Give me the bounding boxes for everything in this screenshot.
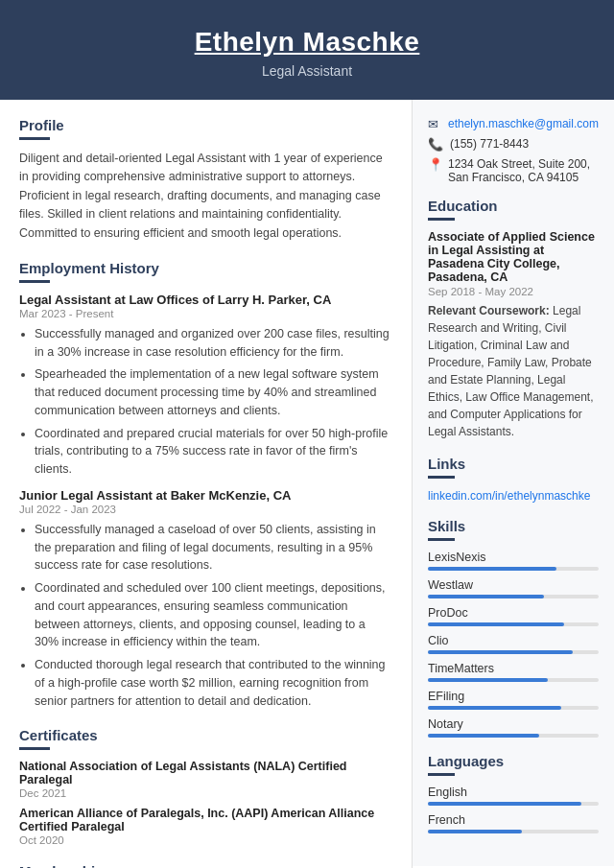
- left-column: Profile Diligent and detail-oriented Leg…: [0, 100, 413, 868]
- skill-bar-bg-5: [428, 706, 599, 710]
- skill-label-3: Clio: [428, 634, 599, 647]
- job-bullet-1-2: Conducted thorough legal research that c…: [35, 656, 392, 710]
- job-dates-0: Mar 2023 - Present: [19, 308, 392, 319]
- languages-divider: [428, 773, 455, 776]
- skill-bar-bg-4: [428, 678, 599, 682]
- skill-label-5: EFiling: [428, 690, 599, 703]
- job-item-1: Junior Legal Assistant at Baker McKenzie…: [19, 488, 392, 711]
- job-title-1: Junior Legal Assistant at Baker McKenzie…: [19, 488, 392, 503]
- right-column: ✉ ethelyn.maschke@gmail.com 📞 (155) 771-…: [413, 100, 614, 866]
- address-text: 1234 Oak Street, Suite 200, San Francisc…: [448, 157, 599, 184]
- links-section: Links linkedin.com/in/ethelynmaschke: [428, 456, 599, 503]
- skill-bar-fill-3: [428, 650, 573, 654]
- cert-date-0: Dec 2021: [19, 787, 392, 799]
- cert-title-1: American Alliance of Paralegals, Inc. (A…: [19, 807, 392, 833]
- job-bullet-0-1: Spearheaded the implementation of a new …: [35, 365, 392, 419]
- profile-divider: [19, 137, 50, 140]
- lang-label-0: English: [428, 786, 599, 799]
- certificates-title: Certificates: [19, 727, 392, 743]
- skill-label-0: LexisNexis: [428, 551, 599, 564]
- certificates-section: Certificates National Association of Leg…: [19, 727, 392, 846]
- education-section: Education Associate of Applied Science i…: [428, 198, 599, 440]
- lang-bar-fill-0: [428, 802, 581, 806]
- certificates-divider: [19, 747, 50, 750]
- cert-item-1: American Alliance of Paralegals, Inc. (A…: [19, 807, 392, 846]
- memberships-title: Memberships: [19, 863, 392, 868]
- skill-label-2: ProDoc: [428, 606, 599, 620]
- skills-section: Skills LexisNexis Westlaw ProDoc: [428, 518, 599, 738]
- job-item-0: Legal Assistant at Law Offices of Larry …: [19, 293, 392, 479]
- candidate-title: Legal Assistant: [19, 63, 595, 79]
- skill-label-1: Westlaw: [428, 578, 599, 592]
- skill-bar-bg-1: [428, 595, 599, 598]
- main-layout: Profile Diligent and detail-oriented Leg…: [0, 100, 614, 868]
- skill-bar-bg-6: [428, 734, 599, 738]
- contact-address: 📍 1234 Oak Street, Suite 200, San Franci…: [428, 157, 599, 184]
- skill-item-4: TimeMatters: [428, 662, 599, 682]
- edu-degree: Associate of Applied Science in Legal As…: [428, 230, 599, 284]
- skill-label-4: TimeMatters: [428, 662, 599, 675]
- skill-item-0: LexisNexis: [428, 551, 599, 571]
- employment-title: Employment History: [19, 260, 392, 276]
- skill-bar-bg-0: [428, 567, 599, 571]
- job-title-0: Legal Assistant at Law Offices of Larry …: [19, 293, 392, 307]
- skill-bar-fill-0: [428, 567, 556, 571]
- profile-text: Diligent and detail-oriented Legal Assis…: [19, 150, 392, 243]
- email-link[interactable]: ethelyn.maschke@gmail.com: [448, 117, 599, 130]
- contact-phone: 📞 (155) 771-8443: [428, 137, 599, 152]
- job-bullet-0-0: Successfully managed and organized over …: [35, 325, 392, 362]
- lang-bar-bg-0: [428, 802, 599, 806]
- links-title: Links: [428, 456, 599, 472]
- profile-section: Profile Diligent and detail-oriented Leg…: [19, 117, 392, 243]
- profile-title: Profile: [19, 117, 392, 133]
- email-icon: ✉: [428, 117, 441, 131]
- skill-bar-fill-2: [428, 622, 564, 626]
- edu-courses-text: Legal Research and Writing, Civil Litiga…: [428, 304, 594, 438]
- languages-section: Languages English French: [428, 753, 599, 833]
- phone-icon: 📞: [428, 137, 443, 152]
- phone-text: (155) 771-8443: [450, 137, 529, 151]
- skill-item-1: Westlaw: [428, 578, 599, 598]
- cert-item-0: National Association of Legal Assistants…: [19, 760, 392, 799]
- skill-bar-fill-4: [428, 678, 548, 682]
- education-divider: [428, 218, 455, 221]
- skill-item-2: ProDoc: [428, 606, 599, 626]
- resume-header: Ethelyn Maschke Legal Assistant: [0, 0, 614, 100]
- skill-bar-fill-6: [428, 734, 539, 738]
- job-bullets-1: Successfully managed a caseload of over …: [19, 521, 392, 711]
- edu-courses: Relevant Coursework: Legal Research and …: [428, 302, 599, 440]
- edu-courses-label: Relevant Coursework:: [428, 304, 550, 317]
- edu-dates: Sep 2018 - May 2022: [428, 286, 599, 297]
- skill-item-5: EFiling: [428, 690, 599, 710]
- skill-bar-fill-5: [428, 706, 561, 710]
- linkedin-link[interactable]: linkedin.com/in/ethelynmaschke: [428, 489, 590, 503]
- job-bullet-1-0: Successfully managed a caseload of over …: [35, 521, 392, 575]
- location-icon: 📍: [428, 157, 441, 172]
- education-title: Education: [428, 198, 599, 214]
- lang-bar-bg-1: [428, 830, 599, 833]
- skill-bar-bg-2: [428, 622, 599, 626]
- contact-section: ✉ ethelyn.maschke@gmail.com 📞 (155) 771-…: [428, 117, 599, 184]
- cert-date-1: Oct 2020: [19, 834, 392, 846]
- employment-section: Employment History Legal Assistant at La…: [19, 260, 392, 711]
- contact-email: ✉ ethelyn.maschke@gmail.com: [428, 117, 599, 131]
- job-bullet-1-1: Coordinated and scheduled over 100 clien…: [35, 579, 392, 651]
- employment-divider: [19, 280, 50, 283]
- skills-title: Skills: [428, 518, 599, 534]
- skill-bar-fill-1: [428, 595, 544, 598]
- languages-title: Languages: [428, 753, 599, 769]
- cert-title-0: National Association of Legal Assistants…: [19, 760, 392, 786]
- skill-item-3: Clio: [428, 634, 599, 654]
- skills-divider: [428, 538, 455, 541]
- candidate-name: Ethelyn Maschke: [19, 27, 595, 58]
- skill-label-6: Notary: [428, 717, 599, 731]
- links-divider: [428, 476, 455, 479]
- lang-item-1: French: [428, 813, 599, 833]
- job-bullet-0-2: Coordinated and prepared crucial materia…: [35, 425, 392, 479]
- memberships-section: Memberships National Association of Lega…: [19, 863, 392, 868]
- lang-bar-fill-1: [428, 830, 522, 833]
- lang-item-0: English: [428, 786, 599, 806]
- skill-bar-bg-3: [428, 650, 599, 654]
- skill-item-6: Notary: [428, 717, 599, 738]
- job-dates-1: Jul 2022 - Jan 2023: [19, 504, 392, 515]
